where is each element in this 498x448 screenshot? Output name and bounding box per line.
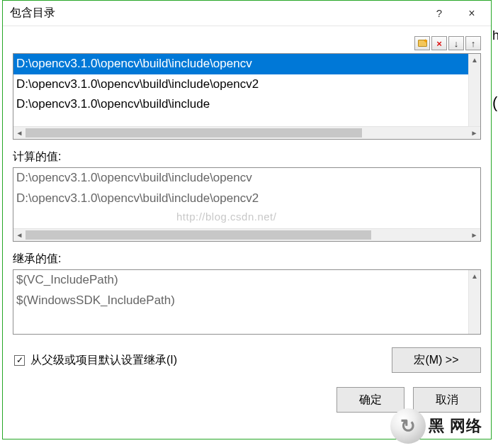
scroll-right-icon[interactable]: ► [468,127,480,139]
window-title: 包含目录 [10,6,423,21]
horizontal-scrollbar[interactable]: ◄ ► [13,228,480,241]
cropped-text: h [492,28,498,43]
list-item[interactable]: D:\opencv3.1.0\opencv\build\include [13,94,468,115]
computed-items: D:\opencv3.1.0\opencv\build\include\open… [13,168,480,228]
list-toolbar: ✦ × ↓ ↑ [13,36,481,50]
inherited-values-box: $(VC_IncludePath) $(WindowsSDK_IncludePa… [13,269,481,335]
scroll-thumb[interactable] [26,128,362,138]
help-button[interactable]: ? [423,3,455,24]
cancel-button[interactable]: 取消 [413,387,481,413]
list-item: $(WindowsSDK_IncludePath) [13,291,480,311]
scroll-up-icon[interactable]: ▲ [469,54,480,66]
directories-items: D:\opencv3.1.0\opencv\build\include\open… [13,54,480,126]
vertical-scrollbar[interactable]: ▲ [468,54,480,126]
list-item: D:\opencv3.1.0\opencv\build\include\open… [13,168,480,189]
scroll-left-icon[interactable]: ◄ [13,127,26,139]
dialog-content: ✦ × ↓ ↑ D:\opencv3.1.0\opencv\build\incl… [3,26,491,439]
delete-line-button[interactable]: × [431,36,447,50]
computed-values-box: D:\opencv3.1.0\opencv\build\include\open… [13,167,481,242]
list-item: D:\opencv3.1.0\opencv\build\include\open… [13,189,480,209]
horizontal-scrollbar[interactable]: ◄ ► [13,126,480,139]
inherited-label: 继承的值: [13,252,481,267]
computed-label: 计算的值: [13,150,481,164]
new-line-button[interactable]: ✦ [414,36,430,50]
vertical-scrollbar[interactable]: ▲ [468,270,480,334]
scroll-right-icon[interactable]: ► [468,229,480,241]
scroll-track[interactable] [26,127,468,139]
scroll-thumb[interactable] [26,230,371,240]
directories-editbox[interactable]: D:\opencv3.1.0\opencv\build\include\open… [13,53,481,140]
new-star-icon: ✦ [423,38,429,45]
inherit-checkbox[interactable]: ✓ [14,355,25,366]
dialog-buttons: 确定 取消 [13,387,481,413]
close-button[interactable]: × [455,3,488,24]
inherit-checkbox-label[interactable]: 从父级或项目默认设置继承(I) [30,353,392,368]
inherited-items: $(VC_IncludePath) $(WindowsSDK_IncludePa… [13,270,480,334]
titlebar: 包含目录 ? × [3,1,491,26]
list-item[interactable]: D:\opencv3.1.0\opencv\build\include\open… [13,54,468,74]
move-down-button[interactable]: ↓ [448,36,464,50]
scroll-up-icon[interactable]: ▲ [469,270,480,282]
scroll-track[interactable] [26,229,468,241]
include-directories-dialog: 包含目录 ? × ✦ × ↓ ↑ D:\opencv3.1.0\opencv\b… [2,0,492,439]
move-up-button[interactable]: ↑ [465,36,481,50]
cropped-text: ( [492,94,498,112]
macros-button[interactable]: 宏(M) >> [392,347,481,373]
checkmark-icon: ✓ [16,355,23,365]
inherit-row: ✓ 从父级或项目默认设置继承(I) 宏(M) >> [13,347,481,373]
scroll-left-icon[interactable]: ◄ [13,229,26,241]
ok-button[interactable]: 确定 [336,387,404,413]
list-item: $(VC_IncludePath) [13,270,480,291]
list-item[interactable]: D:\opencv3.1.0\opencv\build\include\open… [13,74,468,95]
